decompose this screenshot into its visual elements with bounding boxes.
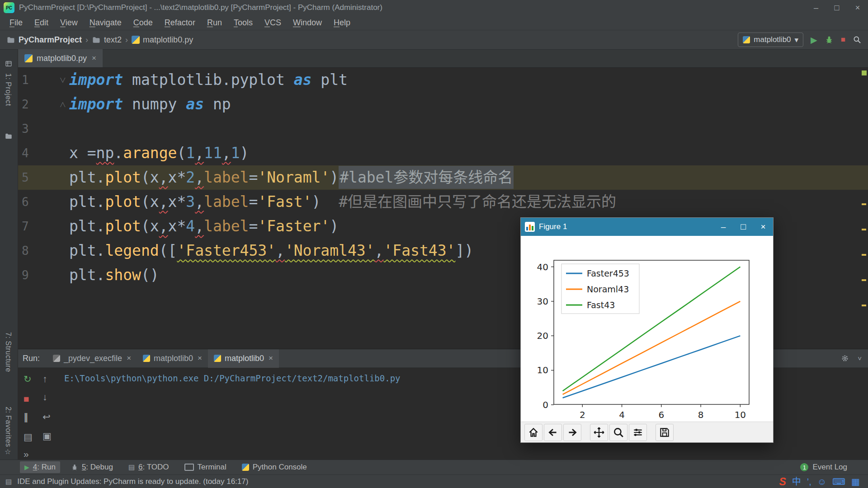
code-token: 1 bbox=[231, 144, 240, 162]
close-tab-icon[interactable]: × bbox=[92, 54, 96, 63]
menu-item-view[interactable]: View bbox=[54, 15, 84, 30]
close-tab-icon[interactable]: × bbox=[127, 354, 131, 363]
menu-item-file[interactable]: File bbox=[4, 15, 28, 30]
gear-icon[interactable] bbox=[840, 354, 849, 363]
figure-close-button[interactable]: × bbox=[753, 218, 773, 236]
wrap-return-icon[interactable]: ↩ bbox=[42, 412, 51, 422]
pause-icon[interactable]: ∥ bbox=[24, 412, 28, 422]
matplotlib-icon bbox=[525, 222, 535, 232]
breadcrumb-item[interactable]: text2 bbox=[92, 35, 122, 45]
tool-window-icon[interactable] bbox=[5, 60, 13, 68]
menu-item-refactor[interactable]: Refactor bbox=[159, 15, 201, 30]
toolwindow-button-4-run[interactable]: ▶4: Run bbox=[20, 461, 60, 473]
x-tick-label: 6 bbox=[658, 409, 664, 420]
error-stripe[interactable] bbox=[860, 68, 868, 349]
menu-item-navigate[interactable]: Navigate bbox=[84, 15, 127, 30]
breadcrumb-item[interactable]: PyCharmProject bbox=[6, 35, 82, 45]
softwrap-icon[interactable]: ▤ bbox=[24, 432, 33, 442]
menu-item-help[interactable]: Help bbox=[328, 15, 356, 30]
run-configuration-name: matplotlib0 bbox=[754, 35, 791, 44]
close-button[interactable]: × bbox=[847, 0, 868, 15]
down-icon[interactable]: ↓ bbox=[42, 392, 47, 402]
minimize-button[interactable]: – bbox=[806, 0, 826, 15]
hide-panel-icon[interactable]: ˅ bbox=[858, 355, 862, 362]
event-log-button[interactable]: 1 Event Log bbox=[800, 463, 847, 472]
toolwindow-button-5-debug[interactable]: 5: Debug bbox=[66, 461, 118, 473]
left-tool-window-strip: 1: Project 7: Structure 2: Favorites ☆ bbox=[0, 50, 18, 460]
editor-tab-matplotlib0[interactable]: matplotlib0.py × bbox=[18, 49, 103, 67]
save-button[interactable] bbox=[656, 424, 674, 441]
line-chart: 246810010203040Faster453Noraml43Fast43 bbox=[521, 236, 773, 422]
code-text: plt.plot(x,x*3,label='Fast') #但是在图画中只写了命… bbox=[69, 190, 616, 214]
more-icon[interactable]: » bbox=[24, 449, 29, 459]
folder-icon[interactable] bbox=[5, 132, 13, 140]
figure-canvas[interactable]: 246810010203040Faster453Noraml43Fast43 bbox=[521, 236, 773, 422]
emoji-picker[interactable]: ☺ bbox=[817, 477, 826, 487]
maximize-button[interactable]: □ bbox=[826, 0, 847, 15]
code-text: import numpy as np bbox=[69, 92, 231, 117]
chinese-input-mode[interactable]: 中 bbox=[792, 477, 801, 487]
star-icon[interactable]: ☆ bbox=[5, 447, 13, 455]
figure-title-bar[interactable]: Figure 1 – □ × bbox=[521, 218, 773, 236]
event-log-label: Event Log bbox=[812, 463, 847, 472]
zoom-button[interactable] bbox=[609, 424, 627, 441]
code-token: numpy bbox=[123, 95, 186, 113]
menu-item-code[interactable]: Code bbox=[127, 15, 159, 30]
keyboard-layout[interactable]: ⌨ bbox=[832, 477, 845, 487]
run-tab-matplotlib0[interactable]: matplotlib0× bbox=[208, 349, 279, 368]
menu-item-window[interactable]: Window bbox=[287, 15, 328, 30]
code-line-6[interactable]: 6plt.plot(x,x*3,label='Fast') #但是在图画中只写了… bbox=[18, 190, 868, 214]
menu-item-edit[interactable]: Edit bbox=[28, 15, 54, 30]
tool-window-switcher-icon[interactable]: ▤ bbox=[5, 478, 12, 486]
menu-item-vcs[interactable]: VCS bbox=[259, 15, 287, 30]
toolwindow-button-6-todo[interactable]: ▤6: TODO bbox=[124, 461, 174, 473]
menu-item-run[interactable]: Run bbox=[201, 15, 228, 30]
code-token: x* bbox=[168, 169, 186, 186]
close-tab-icon[interactable]: × bbox=[198, 354, 202, 363]
code-line-1[interactable]: 1˅import matplotlib.pyplot as plt bbox=[18, 68, 868, 92]
figure-minimize-button[interactable]: – bbox=[713, 218, 733, 236]
debug-button[interactable] bbox=[825, 35, 834, 44]
back-button[interactable] bbox=[544, 424, 562, 441]
code-line-4[interactable]: 4x =np.arange(1,11,1) bbox=[18, 141, 868, 165]
toolwindow-button-python-console[interactable]: Python Console bbox=[237, 461, 311, 473]
code-token: , bbox=[195, 169, 204, 186]
subplots-icon bbox=[632, 427, 644, 438]
pin-icon[interactable]: ▣ bbox=[42, 431, 52, 441]
code-token: ]) bbox=[455, 242, 473, 259]
pan-button[interactable] bbox=[590, 424, 608, 441]
run-button[interactable]: ▶ bbox=[811, 35, 817, 45]
fold-marker[interactable]: ˄ bbox=[60, 92, 66, 117]
stop-button[interactable]: ■ bbox=[841, 35, 845, 44]
code-line-3[interactable]: 3 bbox=[18, 117, 868, 141]
code-token: plot bbox=[105, 217, 141, 235]
x-tick-label: 8 bbox=[698, 409, 704, 420]
fold-marker[interactable]: ˅ bbox=[60, 68, 66, 92]
menu-item-tools[interactable]: Tools bbox=[228, 15, 259, 30]
subplots-button[interactable] bbox=[629, 424, 647, 441]
stop-icon[interactable]: ■ bbox=[24, 394, 29, 404]
forward-button[interactable] bbox=[563, 424, 581, 441]
breadcrumb-item[interactable]: matplotlib0.py bbox=[132, 35, 193, 45]
sidebar-item-favorites[interactable]: 2: Favorites bbox=[4, 407, 12, 447]
run-configuration-select[interactable]: matplotlib0 ▾ bbox=[738, 33, 803, 47]
search-everywhere-icon[interactable] bbox=[853, 35, 862, 44]
punctuation-mode[interactable]: ’, bbox=[807, 477, 811, 487]
run-tab-matplotlib0[interactable]: matplotlib0× bbox=[137, 349, 208, 368]
toolwindow-button-terminal[interactable]: Terminal bbox=[180, 461, 231, 473]
code-line-2[interactable]: 2˄import numpy as np bbox=[18, 92, 868, 117]
figure-maximize-button[interactable]: □ bbox=[733, 218, 753, 236]
forward-icon bbox=[566, 427, 578, 438]
input-toolbox[interactable]: ▦ bbox=[851, 477, 860, 487]
sidebar-item-structure[interactable]: 7: Structure bbox=[4, 332, 12, 372]
home-button[interactable] bbox=[524, 424, 542, 441]
run-tab-pydev_execfile[interactable]: _pydev_execfile× bbox=[47, 349, 137, 368]
sidebar-item-project[interactable]: 1: Project bbox=[4, 73, 12, 106]
close-tab-icon[interactable]: × bbox=[269, 354, 273, 363]
up-icon[interactable]: ↑ bbox=[42, 374, 47, 384]
sogou-logo[interactable]: S bbox=[779, 477, 786, 487]
code-token: 2 bbox=[186, 169, 195, 186]
rerun-icon[interactable]: ↻ bbox=[24, 374, 32, 384]
code-line-5[interactable]: 5plt.plot(x,x*2,label='Noraml')#label参数对… bbox=[18, 165, 868, 190]
x-tick-label: 10 bbox=[735, 409, 746, 420]
